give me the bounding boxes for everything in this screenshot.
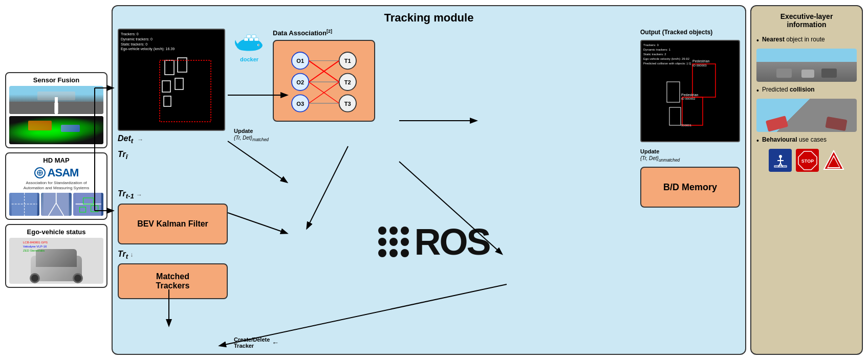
- hd-map-title: HD MAP: [9, 156, 103, 164]
- bullet-collision: • Predicted collision: [756, 86, 857, 95]
- output-label: Output (Tracked objects): [640, 29, 740, 36]
- camera-view: Trackers: 0 Dynamic trackers: 0 Static t…: [118, 29, 225, 131]
- tracking-title: Tracking module: [118, 11, 740, 25]
- bullet-2-text: Predicted collision: [762, 86, 815, 94]
- bullet-1-bold: Nearest: [762, 36, 785, 43]
- svg-rect-20: [252, 35, 256, 38]
- bev-filter-title: BEV Kalman Filter: [137, 219, 208, 229]
- ros-dots: [378, 227, 409, 257]
- asam-icon: [34, 167, 46, 178]
- road-camera-image: [9, 86, 103, 114]
- tr-t1-label: Trt-1: [118, 189, 134, 200]
- traffic-image: [756, 49, 857, 82]
- update-unmatched-math: {Tr, Det}unmatched: [640, 155, 680, 163]
- svg-text:T3: T3: [344, 101, 351, 107]
- det-arrow-indicator: →: [137, 136, 143, 143]
- bullet-2-bold: collision: [790, 86, 815, 93]
- update-matched-label: Update: [234, 128, 253, 134]
- output-view: Trackers: 3 Dynamic trackers: 1 Static t…: [640, 40, 740, 142]
- map-image-1: [9, 193, 39, 216]
- update-matched-math: {Tr, Det}matched: [234, 135, 269, 142]
- svg-rect-16: [244, 38, 248, 41]
- svg-rect-44: [667, 82, 680, 102]
- map-image-3: [73, 193, 103, 216]
- svg-text:Pedestrian: Pedestrian: [681, 93, 699, 97]
- bd-memory-title: B/D Memory: [663, 182, 717, 193]
- svg-point-63: [779, 155, 782, 158]
- ego-vehicle-title: Ego-vehicle status: [9, 228, 103, 236]
- bullet-2-icon: •: [756, 86, 759, 95]
- det-label: Dett: [118, 134, 133, 145]
- bullet-nearest: • Nearest object in route: [756, 36, 857, 44]
- update-unmatched-area: Update {Tr, Det}unmatched: [640, 148, 740, 163]
- tr-hat-label-area: Trî: [118, 150, 228, 161]
- svg-text:O3: O3: [296, 101, 304, 107]
- bev-kalman-filter-box: BEV Kalman Filter: [118, 204, 228, 244]
- tr-t1-arrow: →: [136, 191, 142, 198]
- svg-rect-10: [165, 60, 174, 75]
- ros-area: ROS: [234, 156, 634, 327]
- svg-rect-15: [160, 60, 211, 122]
- tr-hat-label: Trî: [118, 150, 127, 161]
- matched-trackers-title: MatchedTrackers: [156, 272, 190, 290]
- output-boxes-svg: Pedestrian ID 000003 Pedestrian ID 00000…: [641, 41, 739, 141]
- svg-rect-18: [254, 38, 258, 41]
- yield-sign: [823, 150, 844, 171]
- bullet-3-icon: •: [756, 137, 759, 145]
- bullet-3-text: Behavioural use cases: [762, 136, 827, 144]
- svg-point-22: [258, 44, 259, 46]
- update-unmatched-label: Update: [640, 148, 659, 154]
- docker-area: docker: [234, 29, 265, 62]
- stop-sign: STOP: [796, 149, 819, 172]
- create-delete-area: Create/DeleteTracker ←: [234, 336, 634, 349]
- map-image-2: [41, 193, 71, 216]
- bd-memory-box: B/D Memory: [640, 167, 740, 208]
- tr-t2-label: Trt: [118, 250, 128, 260]
- ros-text: ROS: [414, 223, 489, 260]
- bullet-3-bold: Behavioural: [762, 136, 797, 143]
- ego-vehicle-image: LCB-840801 GPS Velodyne VLP-16 ZED Stere…: [9, 238, 103, 284]
- svg-text:T2: T2: [344, 79, 351, 85]
- sensor-fusion-card: Sensor Fusion: [5, 72, 107, 148]
- svg-rect-11: [178, 58, 187, 72]
- tracking-module: Tracking module Trackers: 0 Dynamic trac…: [112, 5, 746, 355]
- svg-rect-43: [682, 97, 703, 125]
- pedestrian-crossing-sign: [769, 149, 792, 172]
- svg-text:ID 000002: ID 000002: [681, 97, 696, 100]
- lidar-image: [9, 116, 103, 144]
- matched-trackers-box: MatchedTrackers: [118, 263, 228, 299]
- svg-text:000001: 000001: [681, 124, 692, 127]
- right-panel-title: Executive-layerinformation: [756, 12, 857, 29]
- crash-image: [756, 99, 857, 132]
- svg-rect-42: [692, 64, 715, 97]
- sensor-fusion-title: Sensor Fusion: [9, 76, 103, 84]
- docker-label: docker: [240, 56, 258, 62]
- data-association-area: Data Association[2] O1 O2 O3: [273, 29, 634, 122]
- svg-text:Pedestrian: Pedestrian: [692, 59, 710, 63]
- svg-rect-14: [164, 96, 171, 106]
- sensor-images: [9, 86, 103, 144]
- create-delete-label: Create/DeleteTracker: [234, 336, 270, 349]
- tr-t2-label-area: Trt ↓: [118, 250, 228, 260]
- docker-icon: [234, 29, 265, 54]
- svg-rect-12: [162, 81, 170, 92]
- data-assoc-sup: [2]: [327, 29, 332, 34]
- svg-text:ID 000003: ID 000003: [692, 64, 707, 67]
- asam-subtitle: Association for Standardization ofAutoma…: [24, 181, 90, 190]
- tr-t1-label-area: Trt-1 →: [118, 189, 228, 200]
- svg-text:STOP: STOP: [801, 159, 813, 164]
- update-matched-area: Update {Tr, Det}matched: [234, 128, 269, 142]
- right-panel: Executive-layerinformation • Nearest obj…: [750, 5, 863, 355]
- bullet-1-icon: •: [756, 36, 759, 44]
- svg-rect-45: [669, 107, 681, 125]
- svg-rect-19: [247, 35, 251, 38]
- svg-rect-17: [249, 38, 253, 41]
- map-images: [9, 193, 103, 216]
- bullet-1-text: Nearest object in route: [762, 36, 825, 44]
- bullet-behavioural: • Behavioural use cases: [756, 136, 857, 145]
- svg-text:O1: O1: [296, 58, 304, 64]
- data-assoc-svg: O1 O2 O3 T1 T2 T3: [279, 46, 369, 116]
- asam-text: ASAM: [48, 166, 79, 179]
- svg-text:O2: O2: [296, 79, 304, 85]
- asam-logo: ASAM: [34, 166, 79, 179]
